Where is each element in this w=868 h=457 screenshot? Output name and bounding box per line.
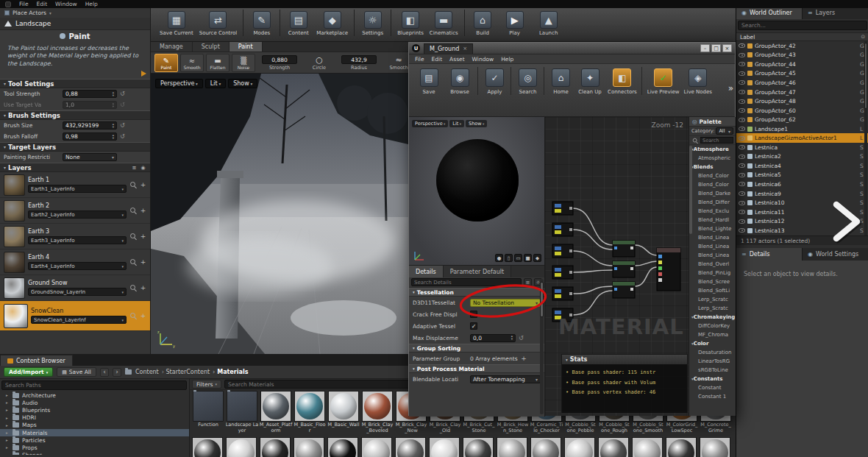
palette-item[interactable]: Color (689, 339, 736, 348)
breadcrumb-item[interactable]: Materials (213, 369, 248, 375)
material-graph-canvas[interactable]: Zoom -12 MATERIAL Stats Base pass shader… (545, 117, 689, 416)
toolbar-button[interactable]: ▶ Play (498, 10, 532, 36)
menu-item[interactable]: Window (55, 1, 77, 7)
section-header-post-process[interactable]: Post Process Material (409, 364, 544, 373)
close-icon[interactable]: × (722, 44, 732, 52)
expand-arrow-icon[interactable] (828, 199, 864, 244)
section-header-group-sorting[interactable]: Group Sorting (409, 344, 544, 353)
outliner-search-input[interactable] (738, 21, 867, 30)
outliner-row[interactable]: Lestnica2 S (736, 152, 868, 162)
layer-thumbnail[interactable] (4, 174, 25, 196)
expander-arrow-icon[interactable]: ▸ (6, 431, 10, 435)
folder-tree-item[interactable]: ▸ Shapes (0, 452, 189, 456)
dock-tab[interactable]: ◉World Settings (803, 248, 868, 261)
property-value-input[interactable]: 432,929199▴▾ (63, 121, 117, 130)
brush-tool-button[interactable]: ▬ Flatten (206, 54, 230, 72)
category-dropdown[interactable]: All▾ (716, 127, 733, 135)
toolbar-button[interactable]: ☼ Settings (354, 10, 388, 36)
outliner-row[interactable]: Lestnica6 S (736, 180, 868, 189)
palette-item[interactable]: Blend_Hardl (689, 216, 736, 224)
palette-item[interactable]: Atmospheric (689, 154, 736, 163)
toolbar-button[interactable]: ◉ Browse (444, 67, 475, 95)
search-paths-input[interactable] (1, 380, 187, 390)
adaptive-tessellation-checkbox[interactable]: ✓ (470, 322, 477, 330)
reset-to-default-icon[interactable]: ↺ (120, 91, 125, 97)
palette-item[interactable]: Blends (689, 163, 736, 171)
reset-to-default-icon[interactable]: ↺ (120, 102, 125, 108)
asset-tile[interactable]: M_Asset_Platform (260, 391, 293, 435)
folder-tree-item[interactable]: ▸ Particles (0, 436, 189, 444)
outliner-row[interactable]: GroupActor_46 G (736, 78, 868, 88)
layer-info-dropdown[interactable]: Earth4_LayerInfo▾ (28, 262, 127, 270)
brush-setting-field[interactable]: 432,9 Radius (340, 55, 378, 71)
preview-cylinder-icon[interactable]: ▯ (505, 254, 513, 262)
maximize-icon[interactable]: □ (711, 44, 721, 52)
asset-tile-partial[interactable] (192, 437, 225, 457)
layer-row[interactable]: SnowClean SnowClean_LayerInf▾ + (0, 301, 150, 331)
layer-thumbnail[interactable] (4, 277, 25, 299)
add-element-icon[interactable]: + (521, 355, 527, 362)
crack-free-checkbox[interactable] (470, 311, 477, 318)
menu-item[interactable]: File (415, 56, 424, 63)
expander-arrow-icon[interactable]: ▸ (6, 416, 10, 420)
forward-button[interactable]: › (113, 368, 121, 377)
save-all-button[interactable]: ▤Save All (57, 367, 96, 377)
palette-item[interactable]: Blend_Differ (689, 198, 736, 207)
toolbar-overflow-icon[interactable]: » (728, 83, 733, 93)
visibility-eye-icon[interactable] (739, 136, 745, 141)
outliner-row[interactable]: GroupActor_47 G (736, 88, 868, 97)
landscape-tab[interactable]: Paint (230, 42, 263, 52)
palette-item[interactable]: Blend_Color (689, 180, 736, 189)
viewport-option-button[interactable]: Lit (205, 79, 226, 88)
palette-item[interactable]: Lerp_Scratc (689, 295, 736, 304)
outliner-row[interactable]: Landscape1 L (736, 124, 868, 134)
visibility-eye-icon[interactable] (739, 71, 745, 76)
outliner-row[interactable]: LandscapeGizmoActiveActor1 L (736, 133, 868, 143)
find-layer-icon[interactable] (129, 207, 137, 214)
spinner-arrows-icon[interactable]: ▴▾ (113, 91, 114, 96)
outliner-row[interactable]: Lestnica9 S (736, 189, 868, 199)
visibility-eye-icon[interactable] (739, 90, 745, 94)
dock-tab[interactable]: ≡Details (736, 248, 803, 261)
asset-tile-partial[interactable] (564, 437, 597, 457)
toolbar-button[interactable]: ◈ Live Nodes (682, 67, 714, 95)
column-options-icon[interactable]: ⊙ (861, 34, 865, 40)
layer-row[interactable]: Earth 3 Earth3_LayerInfo▾ + (0, 224, 150, 249)
toolbar-button[interactable]: ▲ Launch (532, 10, 566, 36)
add-import-button[interactable]: Add/Import (4, 367, 53, 377)
menu-item[interactable]: Help (85, 1, 98, 7)
viewport-option-button[interactable]: Show (466, 120, 487, 127)
editor-mode-selector[interactable]: Landscape (0, 18, 150, 30)
breadcrumb-item[interactable]: Content (135, 369, 159, 375)
palette-item[interactable]: Blend_Linea (689, 251, 736, 260)
add-layer-icon[interactable]: + (140, 284, 146, 291)
visibility-eye-icon[interactable] (739, 182, 745, 186)
brush-tool-button[interactable]: ▒ Noise (232, 54, 255, 72)
painting-restriction-dropdown[interactable]: None▾ (63, 153, 117, 161)
asset-tile-partial[interactable] (632, 437, 665, 457)
add-layer-icon[interactable]: + (140, 258, 146, 266)
menu-item[interactable]: Edit (37, 1, 48, 7)
toolbar-button[interactable]: ◎ Search (511, 67, 541, 95)
palette-item[interactable]: Blend_Color (689, 171, 736, 180)
brush-setting-field[interactable]: 0,880 Strength (260, 55, 299, 71)
expander-arrow-icon[interactable]: ▸ (6, 408, 10, 412)
find-layer-icon[interactable] (129, 233, 137, 240)
menu-item[interactable]: Help (501, 56, 513, 63)
palette-item[interactable]: LinearTosRG (689, 357, 736, 366)
outliner-column-header[interactable]: Label ⊙ (736, 32, 868, 41)
find-layer-icon[interactable] (129, 181, 137, 188)
asset-tile-partial[interactable] (395, 437, 428, 457)
folder-tree-item[interactable]: ▸ Blueprints (0, 406, 189, 414)
toolbar-button[interactable]: ◧ Blueprints (391, 10, 427, 36)
property-value-input[interactable]: 0,88▴▾ (63, 90, 117, 98)
asset-tile-partial[interactable] (700, 437, 733, 457)
layer-row[interactable]: Earth 4 Earth4_LayerInfo▾ + (0, 249, 150, 275)
layer-thumbnail[interactable] (4, 200, 25, 222)
asset-tile-partial[interactable] (598, 437, 631, 457)
tessellation-mode-dropdown[interactable]: No Tessellation▾ (470, 299, 541, 307)
visibility-eye-icon[interactable] (739, 228, 745, 233)
filters-button[interactable]: Filters (192, 380, 221, 389)
layer-info-dropdown[interactable]: Earth3_LayerInfo▾ (28, 236, 127, 244)
viewport-option-button[interactable]: Perspective (412, 120, 448, 127)
